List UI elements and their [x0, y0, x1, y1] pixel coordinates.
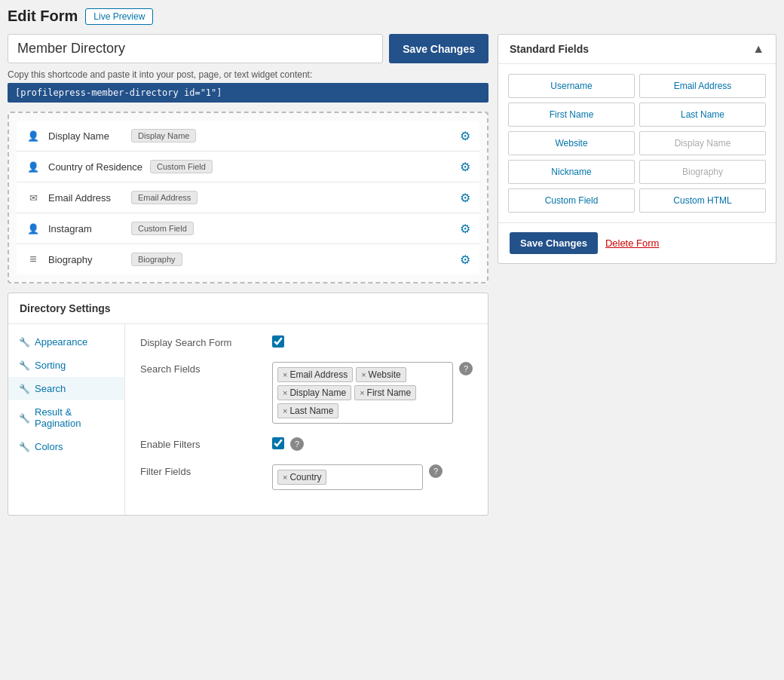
search-tag: × Display Name — [277, 385, 351, 400]
form-field-row: Country of Residence Custom Field — [17, 152, 479, 182]
filter-fields-help-icon[interactable]: ? — [429, 464, 443, 478]
wrench-icon — [19, 383, 30, 394]
search-fields-row: Search Fields × Email Address× Website× … — [140, 362, 473, 424]
field-label: Biography — [48, 254, 124, 265]
search-tag: × Website — [356, 367, 406, 382]
tag-remove-icon[interactable]: × — [283, 388, 287, 397]
tag-remove-icon[interactable]: × — [283, 406, 287, 415]
delete-form-button[interactable]: Delete Form — [605, 237, 660, 249]
wrench-icon — [19, 336, 30, 348]
field-icon — [26, 221, 41, 236]
sidebar-item-colors[interactable]: Colors — [8, 435, 124, 458]
sidebar-item-appearance[interactable]: Appearance — [8, 330, 124, 354]
field-icon — [26, 128, 41, 143]
standard-field-btn-biography: Biography — [639, 160, 766, 184]
tag-remove-icon[interactable]: × — [283, 370, 287, 379]
display-search-form-checkbox[interactable] — [272, 335, 284, 348]
enable-filters-label: Enable Filters — [140, 437, 261, 450]
field-label: Email Address — [48, 192, 124, 204]
field-gear-icon[interactable] — [460, 160, 470, 174]
field-icon — [26, 190, 41, 205]
enable-filters-row: Enable Filters ? — [140, 437, 473, 451]
standard-field-btn-email-address[interactable]: Email Address — [639, 74, 766, 98]
shortcode-value: [profilepress-member-directory id="1"] — [8, 83, 488, 103]
standard-field-btn-custom-field[interactable]: Custom Field — [508, 188, 635, 213]
standard-field-btn-display-name: Display Name — [639, 131, 766, 155]
field-badge: Custom Field — [150, 160, 213, 173]
search-tag: × First Name — [354, 385, 416, 400]
save-changes-top-button[interactable]: Save Changes — [389, 34, 488, 63]
field-label: Country of Residence — [48, 161, 142, 173]
search-fields-label: Search Fields — [140, 362, 261, 375]
display-search-form-row: Display Search Form — [140, 335, 473, 348]
wrench-icon — [19, 360, 30, 371]
search-fields-help-icon[interactable]: ? — [459, 362, 473, 375]
shortcode-label: Copy this shortcode and paste it into yo… — [8, 69, 488, 80]
sidebar-item-sorting[interactable]: Sorting — [8, 354, 124, 377]
standard-fields-header: Standard Fields ▲ — [498, 35, 776, 64]
tag-remove-icon[interactable]: × — [283, 473, 287, 482]
sidebar-item-search[interactable]: Search — [8, 377, 124, 400]
filter-fields-row: Filter Fields × Country ? — [140, 464, 473, 490]
wrench-icon — [19, 441, 30, 452]
wrench-icon — [19, 412, 30, 424]
field-label: Instagram — [48, 223, 124, 234]
directory-settings-panel: Directory Settings AppearanceSortingSear… — [8, 293, 488, 516]
form-name-input[interactable] — [8, 34, 383, 63]
field-gear-icon[interactable] — [460, 129, 470, 143]
field-label: Display Name — [48, 130, 124, 142]
display-search-form-label: Display Search Form — [140, 335, 261, 348]
standard-field-btn-last-name[interactable]: Last Name — [639, 103, 766, 127]
field-gear-icon[interactable] — [460, 191, 470, 205]
field-icon — [26, 252, 41, 267]
settings-content: Display Search Form Search Fields × Emai… — [125, 324, 488, 515]
field-badge: Custom Field — [131, 222, 194, 235]
live-preview-button[interactable]: Live Preview — [85, 8, 153, 25]
tag-remove-icon[interactable]: × — [361, 370, 366, 379]
form-field-row: Display Name Display Name — [17, 121, 479, 152]
filter-tag: × Country — [277, 470, 326, 485]
form-builder-area: Display Name Display Name Country of Res… — [8, 112, 488, 283]
directory-settings-title: Directory Settings — [8, 293, 488, 324]
search-fields-input[interactable]: × Email Address× Website× Display Name× … — [272, 362, 453, 424]
standard-field-btn-username[interactable]: Username — [508, 74, 635, 98]
field-badge: Email Address — [131, 191, 198, 204]
search-tag: × Email Address — [277, 367, 353, 382]
field-badge: Biography — [131, 253, 182, 266]
field-badge: Display Name — [131, 129, 196, 142]
field-icon — [26, 159, 41, 174]
page-title: Edit Form — [8, 8, 78, 25]
standard-field-btn-website[interactable]: Website — [508, 131, 635, 155]
settings-sidebar: AppearanceSortingSearchResult & Paginati… — [8, 324, 125, 515]
standard-field-btn-custom-html[interactable]: Custom HTML — [639, 188, 766, 213]
enable-filters-checkbox[interactable] — [272, 437, 284, 449]
search-tag: × Last Name — [277, 403, 338, 418]
tag-remove-icon[interactable]: × — [360, 388, 364, 397]
form-field-row: Instagram Custom Field — [17, 213, 479, 244]
filter-fields-input[interactable]: × Country — [272, 464, 423, 490]
field-gear-icon[interactable] — [460, 253, 470, 267]
enable-filters-help-icon[interactable]: ? — [290, 437, 304, 451]
sidebar-item-result-&-pagination[interactable]: Result & Pagination — [8, 400, 124, 435]
standard-fields-panel: Standard Fields ▲ UsernameEmail AddressF… — [498, 34, 776, 264]
standard-field-btn-nickname[interactable]: Nickname — [508, 160, 635, 184]
field-gear-icon[interactable] — [460, 222, 470, 236]
standard-field-btn-first-name[interactable]: First Name — [508, 103, 635, 127]
save-changes-panel-button[interactable]: Save Changes — [510, 232, 598, 254]
standard-fields-grid: UsernameEmail AddressFirst NameLast Name… — [498, 64, 776, 222]
standard-fields-title: Standard Fields — [510, 43, 589, 55]
collapse-icon[interactable]: ▲ — [752, 42, 764, 56]
form-field-row: Email Address Email Address — [17, 182, 479, 213]
form-field-row: Biography Biography — [17, 244, 479, 274]
filter-fields-label: Filter Fields — [140, 464, 261, 477]
